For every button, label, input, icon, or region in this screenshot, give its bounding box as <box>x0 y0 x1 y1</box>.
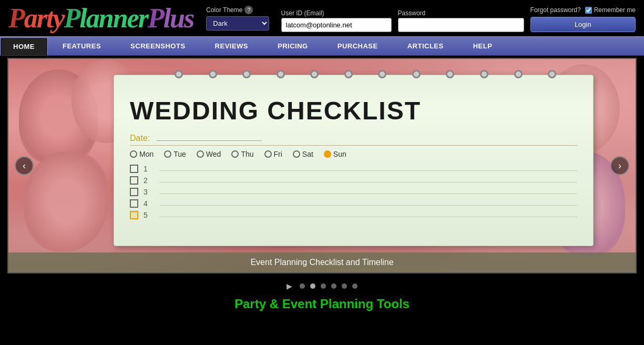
day-radio-fri[interactable] <box>264 150 272 158</box>
day-label-sat: Sat <box>302 150 313 158</box>
day-radio-sun[interactable] <box>324 150 331 158</box>
spiral-top <box>162 69 569 79</box>
nav-item-screenshots[interactable]: SCREENSHOTS <box>116 37 200 55</box>
day-sun: Sun <box>324 150 346 158</box>
checkbox-1[interactable] <box>130 165 138 173</box>
day-label-thu: Thu <box>241 150 253 158</box>
login-area: Forgot password? Remember me Login <box>530 4 636 32</box>
day-thu: Thu <box>231 150 253 158</box>
slide-dots: ▶ <box>0 276 644 293</box>
checklist-items: 1 2 3 4 <box>130 165 577 219</box>
checkbox-5[interactable] <box>130 211 138 219</box>
prev-slide-button[interactable]: ‹ <box>15 156 34 175</box>
checkbox-2[interactable] <box>130 176 138 185</box>
password-label: Password <box>398 9 524 17</box>
user-id-label: User ID (Email) <box>281 9 392 17</box>
remember-me-area: Remember me <box>585 6 636 14</box>
day-sat: Sat <box>293 150 313 158</box>
slide-dot-1[interactable] <box>300 283 305 289</box>
spiral-4 <box>277 70 285 78</box>
day-radio-thu[interactable] <box>231 150 239 158</box>
slide-dot-4[interactable] <box>331 283 336 289</box>
date-line: Date: <box>130 134 577 146</box>
remember-me-checkbox[interactable] <box>585 7 592 14</box>
color-theme-area: Color Theme ? Dark Light Blue Green <box>206 6 269 31</box>
check-row-1: 1 <box>130 165 577 173</box>
nav-item-help[interactable]: HELP <box>458 37 507 55</box>
logo-arty: arty <box>24 3 64 33</box>
header: PartyPlannerPlus Color Theme ? Dark Ligh… <box>0 0 644 36</box>
spiral-5 <box>310 70 319 78</box>
remember-me-label: Remember me <box>594 6 636 14</box>
play-button[interactable]: ▶ <box>287 282 292 290</box>
checkbox-4[interactable] <box>130 199 138 208</box>
logo-p3: P <box>148 3 163 33</box>
check-row-4: 4 <box>130 199 577 208</box>
day-radio-sat[interactable] <box>293 150 300 158</box>
check-num-3: 3 <box>144 188 154 196</box>
check-num-2: 2 <box>144 176 154 185</box>
login-button[interactable]: Login <box>530 17 636 32</box>
day-radio-wed[interactable] <box>197 150 204 158</box>
slide-dot-6[interactable] <box>352 283 357 289</box>
color-theme-select[interactable]: Dark Light Blue Green <box>206 16 269 31</box>
check-line-5 <box>159 213 577 217</box>
day-label-wed: Wed <box>206 150 221 158</box>
checklist-title: WEDDING CHECKLIST <box>130 96 577 125</box>
spiral-7 <box>378 70 386 78</box>
check-line-2 <box>159 178 577 182</box>
check-line-1 <box>159 167 577 171</box>
day-radio-mon[interactable] <box>130 150 137 158</box>
spiral-11 <box>514 70 523 78</box>
day-label-mon: Mon <box>139 150 154 158</box>
nav-item-reviews[interactable]: REVIEWS <box>200 37 263 55</box>
day-wed: Wed <box>197 150 221 158</box>
color-theme-label: Color Theme <box>206 6 242 14</box>
spiral-10 <box>480 70 488 78</box>
spiral-6 <box>344 70 353 78</box>
spiral-2 <box>209 70 217 78</box>
checkbox-3[interactable] <box>130 188 138 196</box>
check-num-5: 5 <box>144 211 154 219</box>
spiral-3 <box>242 70 251 78</box>
slideshow-container: WEDDING CHECKLIST Date: Mon Tue Wed <box>7 58 637 273</box>
checklist-overlay: WEDDING CHECKLIST Date: Mon Tue Wed <box>114 75 594 246</box>
logo-area: PartyPlannerPlus <box>8 5 193 32</box>
logo-p2: P <box>64 3 80 33</box>
nav-item-features[interactable]: FEATURES <box>48 37 116 55</box>
day-radio-tue[interactable] <box>164 150 171 158</box>
forgot-row: Forgot password? Remember me <box>530 6 636 14</box>
navbar: HOMEFEATURESSCREENSHOTSREVIEWSPRICINGPUR… <box>0 36 644 56</box>
user-id-group: User ID (Email) <box>281 9 392 32</box>
slide-dot-3[interactable] <box>321 283 326 289</box>
nav-item-home[interactable]: HOME <box>0 37 48 55</box>
day-fri: Fri <box>264 150 282 158</box>
slide-dot-5[interactable] <box>342 283 347 289</box>
footer-title: Party & Event Planning Tools <box>0 293 644 313</box>
nav-item-articles[interactable]: ARTICLES <box>393 37 458 55</box>
day-label-sun: Sun <box>333 150 346 158</box>
check-num-4: 4 <box>144 199 154 208</box>
spiral-12 <box>548 70 556 78</box>
check-row-5: 5 <box>130 211 577 219</box>
nav-item-purchase[interactable]: PURCHASE <box>323 37 393 55</box>
spiral-1 <box>175 70 183 78</box>
day-mon: Mon <box>130 150 154 158</box>
check-row-3: 3 <box>130 188 577 196</box>
slide-dot-2[interactable] <box>310 283 315 289</box>
password-input[interactable] <box>398 18 524 32</box>
nav-item-pricing[interactable]: PRICING <box>263 37 323 55</box>
user-id-input[interactable] <box>281 18 392 32</box>
day-label-tue: Tue <box>173 150 186 158</box>
day-label-fri: Fri <box>274 150 282 158</box>
logo-lus: lus <box>163 3 194 33</box>
spiral-8 <box>412 70 421 78</box>
logo-lanner: lanner <box>79 3 148 33</box>
forgot-password-link[interactable]: Forgot password? <box>530 6 581 14</box>
help-icon[interactable]: ? <box>244 6 253 14</box>
petal-3 <box>24 151 108 251</box>
days-row: Mon Tue Wed Thu Fri <box>130 150 577 158</box>
slide-image: WEDDING CHECKLIST Date: Mon Tue Wed <box>8 59 636 272</box>
spiral-9 <box>446 70 454 78</box>
next-slide-button[interactable]: › <box>610 156 629 175</box>
